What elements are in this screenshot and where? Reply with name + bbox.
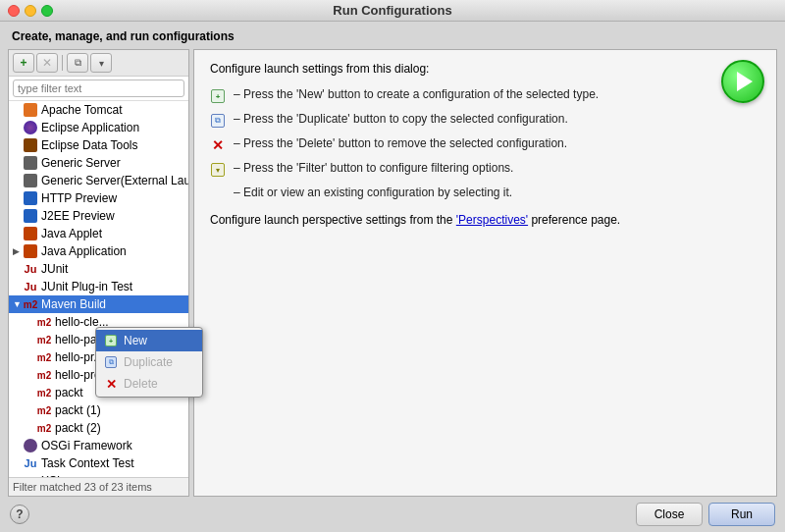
info-text-new: – Press the 'New' button to create a con…	[234, 87, 599, 101]
tree-item-j2ee[interactable]: J2EE Preview	[9, 207, 188, 225]
context-menu: + New ⧉ Duplicate ✕ Delete	[95, 327, 203, 398]
label-junit-plugin: JUnit Plug-in Test	[41, 280, 132, 293]
icon-generic-server	[23, 155, 38, 171]
context-del-label: Delete	[124, 377, 158, 391]
tree-item-java-application[interactable]: ▶ Java Application	[9, 242, 188, 260]
tree-item-maven-build[interactable]: ▼ m2 Maven Build	[9, 295, 188, 313]
icon-hello-pa: m2	[36, 332, 52, 347]
filter-button[interactable]: ▾	[90, 53, 112, 73]
main-container: Create, manage, and run configurations +…	[0, 22, 785, 532]
bottom-bar: ? Close Run	[0, 497, 785, 532]
context-del-icon: ✕	[104, 377, 118, 391]
label-applet: Java Applet	[41, 227, 102, 240]
filter-status-text: Filter matched 23 of 23 items	[13, 481, 152, 493]
info-text-filter: – Press the 'Filter' button to configure…	[234, 161, 513, 175]
close-button[interactable]: Close	[636, 503, 703, 526]
icon-eclipse-app	[23, 120, 38, 135]
label-java-app: Java Application	[41, 244, 127, 258]
icon-apache-tomcat	[23, 102, 38, 118]
icon-junit: Ju	[23, 261, 38, 277]
perspectives-text-after: preference page.	[528, 213, 620, 227]
info-text-edit: – Edit or view an existing configuration…	[234, 186, 512, 199]
tree-item-junit-plugin[interactable]: Ju JUnit Plug-in Test	[9, 278, 188, 295]
icon-generic-server-ext	[23, 173, 38, 188]
icon-eclipse-data	[23, 137, 38, 153]
icon-packt2: m2	[36, 420, 52, 436]
label-http: HTTP Preview	[41, 191, 117, 205]
info-line-new: + – Press the 'New' button to create a c…	[210, 87, 760, 104]
title-bar: Run Configurations	[0, 0, 785, 22]
help-button[interactable]: ?	[10, 505, 29, 524]
icon-hello-proj2: m2	[36, 367, 52, 383]
filter-input[interactable]	[13, 80, 184, 97]
right-panel-intro: Configure launch settings from this dial…	[210, 62, 760, 76]
header-title: Create, manage, and run configurations	[12, 29, 235, 43]
label-j2ee: J2EE Preview	[41, 209, 115, 223]
close-window-button[interactable]	[8, 5, 20, 17]
icon-maven: m2	[23, 296, 38, 312]
info-text-dup: – Press the 'Duplicate' button to copy t…	[234, 112, 568, 126]
icon-osgi	[23, 438, 38, 453]
delete-config-button[interactable]: ✕	[36, 53, 58, 73]
maximize-window-button[interactable]	[41, 5, 53, 17]
label-apache-tomcat: Apache Tomcat	[41, 103, 123, 117]
perspectives-text-before: Configure launch perspective settings fr…	[210, 213, 456, 227]
icon-http	[23, 190, 38, 206]
del-info-icon: ✕	[210, 137, 226, 153]
new-info-icon: +	[210, 88, 226, 104]
run-button[interactable]	[721, 60, 764, 103]
left-panel: + ✕ ⧉ ▾	[8, 49, 189, 497]
perspectives-link[interactable]: 'Perspectives'	[456, 213, 528, 227]
label-maven: Maven Build	[41, 297, 106, 311]
arrow-java-app: ▶	[13, 246, 23, 256]
minimize-window-button[interactable]	[25, 5, 36, 17]
tree-item-generic-server[interactable]: Generic Server	[9, 154, 188, 172]
tree-item-eclipse-application[interactable]: Eclipse Application	[9, 119, 188, 136]
icon-packt1: m2	[36, 402, 52, 418]
label-junit: JUnit	[41, 262, 68, 276]
tree-item-packt2[interactable]: m2 packt (2)	[9, 419, 188, 437]
left-toolbar: + ✕ ⧉ ▾	[9, 50, 188, 77]
tree-item-apache-tomcat[interactable]: Apache Tomcat	[9, 101, 188, 119]
context-menu-delete[interactable]: ✕ Delete	[96, 373, 202, 395]
tree-item-task-context[interactable]: Ju Task Context Test	[9, 454, 188, 472]
context-menu-new[interactable]: + New	[96, 330, 202, 351]
run-dialog-button[interactable]: Run	[708, 503, 775, 526]
new-config-button[interactable]: +	[13, 53, 34, 73]
context-new-label: New	[124, 334, 147, 347]
right-panel: Configure launch settings from this dial…	[193, 49, 777, 497]
info-line-edit: – Edit or view an existing configuration…	[234, 186, 760, 199]
tree-item-junit[interactable]: Ju JUnit	[9, 260, 188, 278]
tree-item-http-preview[interactable]: HTTP Preview	[9, 189, 188, 207]
tree-list: Apache Tomcat Eclipse Application Eclips…	[9, 101, 188, 477]
filter-status: Filter matched 23 of 23 items	[9, 477, 188, 496]
icon-java-app	[23, 243, 38, 259]
perspectives-line: Configure launch perspective settings fr…	[210, 213, 760, 227]
context-dup-icon: ⧉	[104, 355, 118, 369]
info-line-filter: ▾ – Press the 'Filter' button to configu…	[210, 161, 760, 178]
help-icon: ?	[16, 507, 23, 521]
icon-hello-pr: m2	[36, 349, 52, 365]
tree-item-packt1[interactable]: m2 packt (1)	[9, 401, 188, 419]
info-line-dup: ⧉ – Press the 'Duplicate' button to copy…	[210, 112, 760, 129]
tree-item-generic-server-ext[interactable]: Generic Server(External Launch)	[9, 172, 188, 189]
tree-item-eclipse-data-tools[interactable]: Eclipse Data Tools	[9, 136, 188, 154]
label-task: Task Context Test	[41, 456, 134, 470]
icon-applet	[23, 226, 38, 241]
arrow-maven: ▼	[13, 299, 23, 309]
context-menu-duplicate[interactable]: ⧉ Duplicate	[96, 351, 202, 373]
label-packt: packt	[55, 386, 83, 399]
info-text-del: – Press the 'Delete' button to remove th…	[234, 136, 567, 150]
delete-config-icon: ✕	[42, 56, 52, 70]
filter-icon: ▾	[99, 58, 104, 69]
bottom-left: ?	[10, 505, 29, 524]
duplicate-config-button[interactable]: ⧉	[67, 53, 88, 73]
bottom-right: Close Run	[636, 503, 775, 526]
label-osgi: OSGi Framework	[41, 439, 132, 452]
run-button-area	[721, 60, 764, 103]
icon-hello-cle: m2	[36, 314, 52, 330]
tree-item-java-applet[interactable]: Java Applet	[9, 225, 188, 242]
icon-j2ee	[23, 208, 38, 224]
duplicate-icon: ⧉	[75, 57, 81, 69]
tree-item-osgi[interactable]: OSGi Framework	[9, 437, 188, 454]
